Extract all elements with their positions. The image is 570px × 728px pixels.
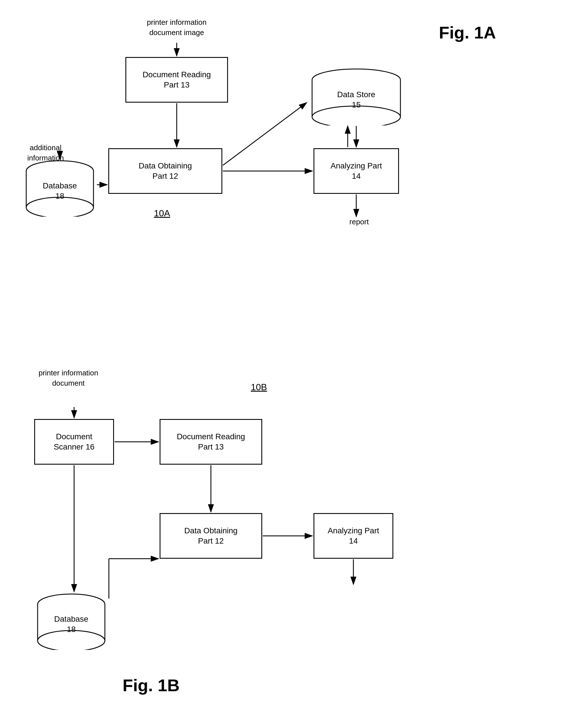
fig1a-printer-info-label: printer information document image [139,17,214,38]
fig1a-data-obtaining-box: Data Obtaining Part 12 [108,148,222,194]
fig1b-section-label: 10B [251,382,267,393]
fig1a-analyzing-part-box: Analyzing Part 14 [313,148,399,194]
fig1a-document-reading-box: Document Reading Part 13 [125,57,228,102]
fig1b-document-reading-box: Document Reading Part 13 [160,419,262,465]
fig1b-printer-info-label: printer information document [28,368,108,389]
fig1a-label: Fig. 1A [439,23,496,42]
fig1a-section-label: 10A [154,208,170,219]
fig1b-database-cylinder: Database 18 [34,593,108,650]
diagram-container: Fig. 1A printer information document ima… [0,0,570,728]
fig1a-report-label: report [345,217,373,227]
fig1b-document-scanner-box: Document Scanner 16 [34,419,114,465]
fig1a-data-store-cylinder: Data Store 15 [308,68,405,126]
svg-line-19 [223,102,307,165]
fig1b-label: Fig. 1B [122,676,180,695]
fig1b-analyzing-part-box: Analyzing Part 14 [313,513,393,559]
fig1a-database-cylinder: Database 18 [23,160,97,217]
fig1a-additional-info-label: additional information [17,143,74,163]
fig1b-data-obtaining-box: Data Obtaining Part 12 [160,513,262,559]
